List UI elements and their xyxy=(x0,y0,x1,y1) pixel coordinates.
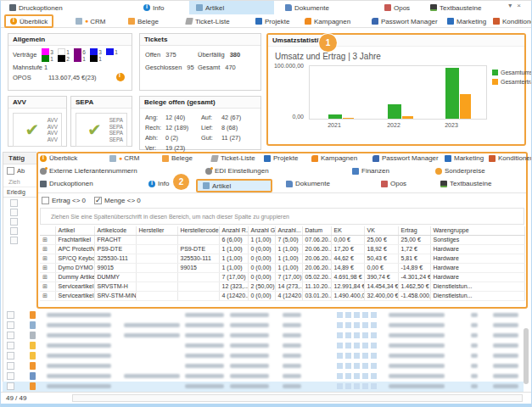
tab-crm[interactable]: ● CRM xyxy=(76,15,105,27)
expand-row-icon[interactable]: ⊞ xyxy=(42,283,48,290)
col-vk[interactable]: VK xyxy=(364,226,398,235)
tab-marketing[interactable]: Marketing xyxy=(445,154,484,162)
tab-konditionen[interactable]: Konditionen xyxy=(489,154,532,162)
gear-icon xyxy=(205,168,212,175)
col-ek[interactable]: EK xyxy=(331,226,364,235)
tab-projekte[interactable]: Projekte xyxy=(255,15,289,27)
tab-opos[interactable]: Opos xyxy=(384,2,410,14)
tab-dokumente[interactable]: Dokumente xyxy=(286,180,330,187)
tab-finanzen[interactable]: Finanzen xyxy=(352,167,389,175)
checkbox[interactable] xyxy=(7,321,14,329)
info-icon xyxy=(148,181,155,187)
expand-row-icon[interactable]: ⊞ xyxy=(42,293,48,299)
col-anzahl-r[interactable]: Anzahl R... xyxy=(219,226,248,235)
tab-marketing[interactable]: Marketing xyxy=(447,15,486,27)
list-item-selected[interactable] xyxy=(3,382,524,392)
table-row[interactable]: ⊞ Dymo DYMO L...9901599015 1 (1,00)0 (0,… xyxy=(40,263,524,272)
col-hersteller[interactable]: Hersteller xyxy=(136,226,177,235)
horizontal-scrollbar[interactable] xyxy=(72,394,523,402)
tab-edi-einstellungen[interactable]: EDI Einstellungen xyxy=(205,167,269,175)
tab-belege[interactable]: Belege xyxy=(128,15,159,27)
tab-belege[interactable]: Belege xyxy=(162,154,193,162)
tab-artikel-selected[interactable]: Artikel xyxy=(189,1,274,14)
tab-ueberblick-highlighted[interactable]: Überblick xyxy=(4,14,53,28)
list-item[interactable] xyxy=(3,351,524,361)
table-row[interactable]: ⊞ Serviceartikel I...SRVSTM-H 12 (323,..… xyxy=(40,282,524,291)
checkbox[interactable] xyxy=(7,167,14,175)
checkbox[interactable] xyxy=(10,237,18,244)
checkbox[interactable] xyxy=(7,332,14,339)
list-item[interactable] xyxy=(3,361,524,371)
tab-projekte[interactable]: Projekte xyxy=(264,154,298,162)
tab-opos[interactable]: Opos xyxy=(381,180,406,187)
collapse-icon[interactable]: ▾ xyxy=(508,2,517,9)
checkbox[interactable] xyxy=(7,362,14,370)
tab-druckoptionen[interactable]: Druckoptionen xyxy=(40,180,93,187)
tab-artikel-highlighted[interactable]: Artikel xyxy=(196,179,272,192)
checkbox[interactable] xyxy=(42,197,49,204)
mahnstufe-row: Mahnstufe 1 xyxy=(8,63,132,72)
mahnstufe-value: Mahnstufe 1 xyxy=(13,64,48,71)
expand-row-icon[interactable]: ⊞ xyxy=(42,237,48,243)
tab-textbausteine[interactable]: Textbausteine xyxy=(440,180,491,187)
col-ertrag[interactable]: Ertrag xyxy=(398,226,430,235)
table-row[interactable]: ⊞ FrachtartikelFRACHT 6 (6,00)1 (1,00)7 … xyxy=(40,235,524,244)
contract-swatch xyxy=(106,48,114,55)
table-row[interactable]: ⊞ Serviceartikel...SRV-STM-MIN 4 (12420.… xyxy=(40,291,524,300)
expand-row-icon[interactable]: ⊞ xyxy=(42,255,48,262)
col-anzahl[interactable]: Anzahl...▼ xyxy=(275,226,302,235)
table-row[interactable]: ⊞ APC ProtectNe...PS9-DTEPS9-DTE 1 (1,00… xyxy=(40,244,524,254)
tab-externe-lieferantennummern[interactable]: Externe Lieferantennummern xyxy=(40,167,137,175)
checkbox[interactable] xyxy=(10,209,18,216)
tab-sonderpreise[interactable]: Sonderpreise xyxy=(435,167,485,175)
vertical-scrollbar-thumb[interactable] xyxy=(524,328,529,384)
column-header-erledigt[interactable]: Erledig xyxy=(3,187,36,198)
list-item[interactable] xyxy=(3,331,524,341)
col-artikelcode[interactable]: Artikelcode xyxy=(94,226,136,235)
expand-row-icon[interactable]: ⊞ xyxy=(42,246,48,253)
checkbox[interactable] xyxy=(10,199,18,207)
filter-ertrag[interactable]: Ertrag <> 0 xyxy=(42,197,86,204)
tab-info[interactable]: Info xyxy=(143,2,164,14)
close-icon[interactable]: × xyxy=(517,2,526,9)
group-by-area[interactable]: Ziehen Sie eine Spaltenüberschrift in di… xyxy=(40,208,524,225)
list-item[interactable] xyxy=(3,321,524,331)
expand-row-icon[interactable]: ⊞ xyxy=(42,274,48,281)
table-row[interactable]: ⊞ SP/CQ Keyboa...325530-111325530-111 1 … xyxy=(40,254,524,263)
tab-druckoptionen[interactable]: Druckoptionen xyxy=(9,2,63,14)
list-item[interactable] xyxy=(3,371,524,382)
filter-menge[interactable]: Menge <> 0 xyxy=(94,197,141,204)
checkbox[interactable] xyxy=(10,227,18,235)
tab-passwort-manager[interactable]: Passwort Manager xyxy=(372,154,439,162)
col-herstellercode[interactable]: Herstellercode xyxy=(177,226,219,235)
tab-ueberblick[interactable]: Überblick xyxy=(40,154,77,162)
tab-kampagnen[interactable]: Kampagnen xyxy=(305,15,350,27)
checkbox[interactable] xyxy=(7,352,14,360)
list-item[interactable] xyxy=(3,341,524,351)
tab-ticket-liste[interactable]: Ticket-Liste xyxy=(186,15,230,27)
tab-kampagnen[interactable]: Kampagnen xyxy=(311,154,357,162)
checkbox[interactable] xyxy=(7,372,14,380)
checkbox[interactable] xyxy=(7,382,14,390)
tab-passwort-manager[interactable]: Passwort Manager xyxy=(372,15,438,27)
table-row[interactable]: ⊞ Dummy ArtikelDUMMY 7 (17,00)0 (0,00)7 … xyxy=(40,272,524,282)
checkbox[interactable] xyxy=(10,218,18,226)
list-item[interactable] xyxy=(3,310,524,321)
tab-crm[interactable]: ●CRM xyxy=(109,154,139,162)
col-datum[interactable]: Datum xyxy=(302,226,331,235)
tab-dokumente[interactable]: Dokumente xyxy=(285,2,329,14)
opos-warning-icon[interactable] xyxy=(116,73,125,81)
tab-ticket-liste[interactable]: Ticket-Liste xyxy=(211,154,255,162)
tab-konditionen[interactable]: Konditionen xyxy=(493,15,532,27)
checkbox[interactable] xyxy=(7,342,14,349)
expand-row-icon[interactable]: ⊞ xyxy=(42,265,48,271)
col-warengruppe[interactable]: Warengruppe xyxy=(430,226,524,235)
checkbox[interactable] xyxy=(94,197,102,204)
col-artikel[interactable]: Artikel xyxy=(55,226,94,235)
tab-textbausteine[interactable]: Textbausteine xyxy=(430,2,481,14)
rating-boxes xyxy=(337,343,379,348)
checkbox[interactable] xyxy=(7,311,14,319)
tab-info[interactable]: Info xyxy=(148,180,169,187)
col-anzahl-g[interactable]: Anzahl G... xyxy=(248,226,275,235)
tab-label: Marketing xyxy=(456,18,486,25)
